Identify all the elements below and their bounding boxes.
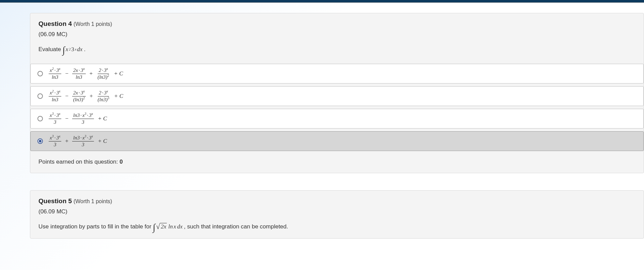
radio-icon[interactable] bbox=[37, 93, 43, 99]
question-4-title: Question 4 bbox=[38, 20, 72, 27]
content-area: Question 4 (Worth 1 points) (06.09 MC) E… bbox=[0, 3, 644, 239]
points-value: 0 bbox=[119, 159, 123, 165]
sqrt-icon: √ bbox=[156, 223, 160, 230]
points-label: Points earned on this question: bbox=[38, 159, 118, 165]
integral-expression: ∫ x23x dx bbox=[62, 44, 82, 55]
question-5-header: Question 5 (Worth 1 points) (06.09 MC) U… bbox=[30, 191, 644, 238]
prompt-suffix: . bbox=[84, 46, 85, 53]
option-4-math: x3·3x3 + ln3·x3·3x3 + C bbox=[48, 135, 107, 147]
integral-icon: ∫ bbox=[62, 45, 65, 56]
question-4-header: Question 4 (Worth 1 points) (06.09 MC) E… bbox=[30, 13, 644, 61]
question-4-title-line: Question 4 (Worth 1 points) bbox=[38, 20, 635, 28]
prompt-prefix: Evaluate bbox=[38, 46, 61, 53]
question-4-options: x2·3xln3 − 2x·3xln3 + 2·3x(ln3)2 + C x2·… bbox=[30, 64, 644, 151]
question-4-card: Question 4 (Worth 1 points) (06.09 MC) E… bbox=[30, 13, 644, 173]
radio-icon[interactable] bbox=[37, 116, 43, 121]
option-2[interactable]: x2·3xln3 − 2x·3x(ln3)2 + 2·3x(ln3)3 + C bbox=[30, 86, 644, 106]
option-3-math: x3·3x3 − ln3·x3·3x3 + C bbox=[48, 112, 107, 125]
question-4-prompt: Evaluate ∫ x23x dx . bbox=[38, 44, 635, 55]
question-5-title: Question 5 bbox=[38, 197, 72, 205]
prompt-prefix: Use integration by parts to fill in the … bbox=[38, 223, 151, 230]
integral-expression-2: ∫ √ 2x lnxdx bbox=[153, 221, 183, 232]
question-4-code: (06.09 MC) bbox=[38, 31, 635, 38]
question-5-title-line: Question 5 (Worth 1 points) bbox=[38, 197, 635, 205]
question-5-card: Question 5 (Worth 1 points) (06.09 MC) U… bbox=[30, 190, 644, 239]
question-5-code: (06.09 MC) bbox=[38, 208, 635, 215]
option-1-math: x2·3xln3 − 2x·3xln3 + 2·3x(ln3)2 + C bbox=[48, 68, 123, 80]
integral-icon: ∫ bbox=[153, 222, 156, 233]
question-5-worth: (Worth 1 points) bbox=[74, 198, 112, 204]
option-1[interactable]: x2·3xln3 − 2x·3xln3 + 2·3x(ln3)2 + C bbox=[30, 64, 644, 84]
radio-icon[interactable] bbox=[37, 71, 43, 76]
top-nav-bar bbox=[0, 0, 644, 3]
radio-icon[interactable] bbox=[37, 138, 43, 144]
question-4-worth: (Worth 1 points) bbox=[74, 21, 112, 27]
question-5-prompt: Use integration by parts to fill in the … bbox=[38, 221, 635, 232]
option-4[interactable]: x3·3x3 + ln3·x3·3x3 + C bbox=[30, 131, 644, 151]
prompt-suffix: , such that integration can be completed… bbox=[184, 223, 288, 230]
points-earned-line: Points earned on this question: 0 bbox=[30, 154, 644, 173]
option-3[interactable]: x3·3x3 − ln3·x3·3x3 + C bbox=[30, 109, 644, 129]
option-2-math: x2·3xln3 − 2x·3x(ln3)2 + 2·3x(ln3)3 + C bbox=[48, 90, 123, 102]
